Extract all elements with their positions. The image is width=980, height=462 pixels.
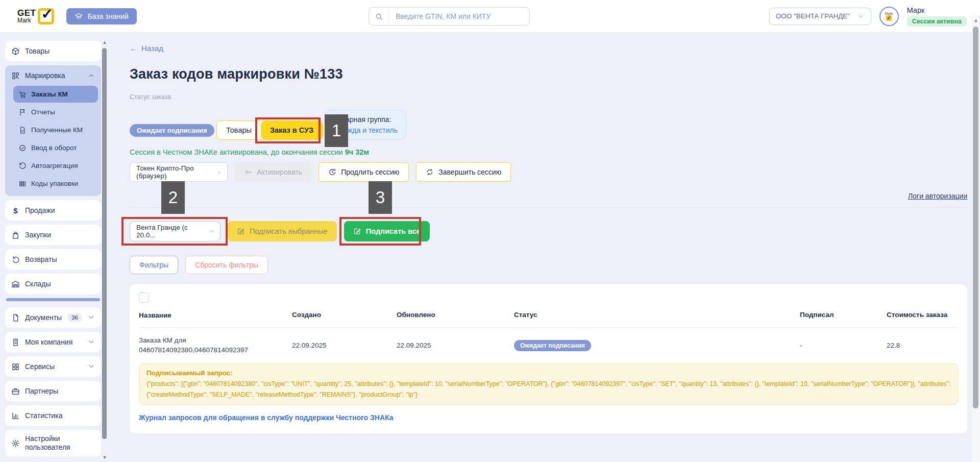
cell-cost: 22.8 xyxy=(887,342,958,349)
token-select[interactable]: Токен Крипто-Про (браузер) xyxy=(130,162,228,182)
column-header-updated: Обновлено xyxy=(397,311,514,321)
prolong-session-button[interactable]: Продлить сессию xyxy=(318,162,409,182)
sign-selected-label: Подписать выбранные xyxy=(250,227,328,235)
avatar-check-icon: ✓ xyxy=(886,15,892,21)
avatar[interactable]: Mark ✓ xyxy=(879,7,899,26)
end-session-button[interactable]: Завершить сессию xyxy=(416,162,511,182)
sidebar-item-received-km[interactable]: Полученные КМ xyxy=(13,121,98,138)
search-input[interactable] xyxy=(389,12,529,20)
row-status-badge: Ожидает подписания xyxy=(514,340,591,351)
sidebar-item-label: Возвраты xyxy=(25,255,57,263)
chart-icon xyxy=(11,411,20,420)
signing-request-line2: {"createMethodType": "SELF_MADE", "relea… xyxy=(146,391,950,398)
sidebar-item-partners[interactable]: Партнеры xyxy=(5,381,101,401)
sidebar-item-autoaggregation[interactable]: Автоагрегация xyxy=(13,157,98,174)
undo-icon xyxy=(11,255,20,264)
sidebar-item-products[interactable]: Товары xyxy=(5,41,101,61)
auth-logs-link[interactable]: Логи авторизации xyxy=(908,192,967,200)
check-circle-icon xyxy=(18,144,27,152)
knowledge-base-button[interactable]: База знаний xyxy=(66,8,136,25)
user-name: Марк xyxy=(907,6,967,14)
sidebar-item-packaging-codes[interactable]: Коды упаковки xyxy=(13,175,98,192)
sidebar-item-user-settings[interactable]: Настройки пользователя xyxy=(5,430,101,456)
sign-all-label: Подписать все xyxy=(366,227,421,235)
sign-selected-button[interactable]: Подписать выбранные xyxy=(228,221,337,241)
sidebar-item-documents[interactable]: Документы 36 xyxy=(5,307,101,328)
main-content: ←Назад Заказ кодов маркировки №133 Стату… xyxy=(108,33,980,462)
session-status-text: Сессия в Честном ЗНАКе активирована, до … xyxy=(130,148,967,156)
select-all-checkbox[interactable] xyxy=(139,293,149,303)
filters-button[interactable]: Фильтры xyxy=(130,256,178,274)
reset-filters-button[interactable]: Сбросить фильтры xyxy=(185,256,268,274)
bag-icon xyxy=(11,231,20,239)
token-select-value: Токен Крипто-Про (браузер) xyxy=(136,164,212,180)
scroll-up-arrow-icon[interactable]: ▲ xyxy=(102,40,108,45)
cell-signer: - xyxy=(800,342,887,349)
sidebar-item-label: Автоагрегация xyxy=(31,162,78,169)
company-select[interactable]: ООО "ВЕНТА ГРАНДЕ" xyxy=(769,8,871,25)
sidebar-item-marking[interactable]: Маркировка xyxy=(5,65,101,86)
signer-select-value: Вента Гранде (с 20.0... xyxy=(136,224,205,239)
support-journal-link[interactable]: Журнал запросов для обращения в службу п… xyxy=(139,414,394,422)
order-status-badge: Ожидает подписания xyxy=(130,124,214,137)
sidebar-item-sales[interactable]: $ Продажи xyxy=(5,200,101,221)
graduation-cap-icon xyxy=(75,12,83,20)
column-header-status: Статус xyxy=(514,311,800,321)
sidebar-item-label: Отчеты xyxy=(31,108,55,116)
column-header-name: Название xyxy=(139,311,292,321)
sidebar-item-my-company[interactable]: Моя компания xyxy=(5,332,101,352)
sidebar-item-statistics[interactable]: Статистика xyxy=(5,405,101,426)
page-title: Заказ кодов маркировки №133 xyxy=(130,66,967,82)
signer-certificate-select[interactable]: Вента Гранде (с 20.0... xyxy=(130,221,220,241)
getmark-logo: GET Mark ✓ xyxy=(17,8,54,25)
file-icon xyxy=(11,313,20,322)
scroll-down-arrow-icon[interactable]: ▼ xyxy=(102,455,108,460)
sidebar-item-label: Статистика xyxy=(25,411,63,420)
sidebar-item-km-orders[interactable]: Заказы КМ xyxy=(13,86,98,103)
logo-text-get: GET xyxy=(17,9,36,17)
barcode-icon xyxy=(18,180,27,188)
company-select-value: ООО "ВЕНТА ГРАНДЕ" xyxy=(776,12,850,20)
sidebar-item-reports[interactable]: Отчеты xyxy=(13,104,98,120)
sidebar-divider xyxy=(6,298,100,301)
tab-suz-order[interactable]: Заказ в СУЗ xyxy=(261,121,323,139)
page-scrollbar-thumb[interactable] xyxy=(973,27,978,408)
grid-icon xyxy=(11,362,20,371)
chevron-down-icon xyxy=(88,363,95,370)
building-icon xyxy=(11,338,20,347)
sidebar-item-circulation[interactable]: Ввод в оборот xyxy=(13,139,98,156)
sidebar-item-label: Маркировка xyxy=(25,71,65,80)
clock-icon xyxy=(328,168,336,176)
avatar-mini-text: Mark xyxy=(885,12,893,15)
cell-created-date: 22.09.2025 xyxy=(292,342,397,349)
activate-button[interactable]: Активировать xyxy=(235,162,311,182)
back-link[interactable]: ←Назад xyxy=(130,44,163,53)
document-check-icon xyxy=(18,126,27,134)
cube-icon xyxy=(11,47,20,56)
sidebar-item-returns[interactable]: Возвраты xyxy=(5,249,101,270)
sidebar-item-label: Моя компания xyxy=(25,338,72,346)
end-session-label: Завершить сессию xyxy=(438,168,501,176)
sidebar-item-services[interactable]: Сервисы xyxy=(5,356,101,377)
edit-icon xyxy=(353,227,361,235)
sidebar-item-warehouses[interactable]: Склады xyxy=(5,274,101,294)
documents-count-badge: 36 xyxy=(68,313,82,322)
refresh-icon xyxy=(426,168,434,176)
chevron-up-icon xyxy=(88,72,95,79)
section-divider xyxy=(130,207,967,208)
session-time-left: 9ч 32м xyxy=(345,148,369,156)
tab-products[interactable]: Товары xyxy=(217,121,261,139)
gear-icon xyxy=(11,439,20,448)
sidebar-item-label: Партнеры xyxy=(25,387,58,395)
sidebar-item-label: Заказы КМ xyxy=(31,90,68,98)
warehouse-icon xyxy=(11,280,20,288)
signing-request-line1: {"products": [{"gtin": "04607814092380",… xyxy=(146,380,950,387)
sidebar-scrollbar-thumb[interactable] xyxy=(102,48,107,439)
scroll-up-arrow-icon[interactable]: ▲ xyxy=(972,17,980,23)
briefcase-icon xyxy=(11,387,20,396)
table-row[interactable]: Заказа КМ для 04607814092380,04607814092… xyxy=(139,336,958,355)
sign-all-button[interactable]: Подписать все xyxy=(344,221,430,241)
sidebar-item-purchases[interactable]: Закупки xyxy=(5,225,101,245)
history-icon xyxy=(18,162,27,170)
global-search xyxy=(369,7,530,26)
